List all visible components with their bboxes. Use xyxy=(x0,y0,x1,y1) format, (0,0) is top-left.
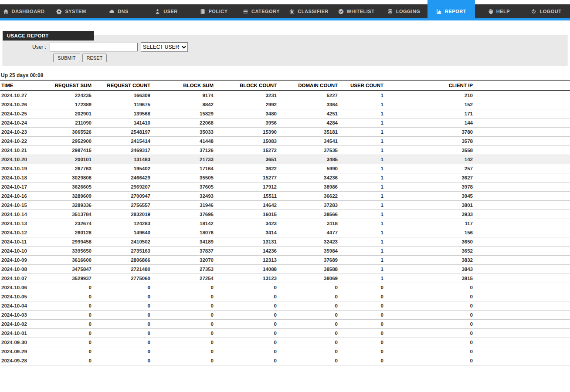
cell-value: 8842 xyxy=(159,100,222,109)
cell-time: 2024-10-11 xyxy=(0,237,48,247)
cell-value: 3780 xyxy=(392,128,570,137)
table-row[interactable]: 2024-10-15328933627565573194614642372831… xyxy=(0,201,570,210)
cell-value: 21733 xyxy=(159,155,222,164)
cell-value: 3652 xyxy=(392,247,570,256)
cell-value: 13131 xyxy=(222,237,285,247)
table-row[interactable]: 2024-09-290000000 xyxy=(0,347,570,356)
user-input[interactable] xyxy=(50,43,138,51)
nav-item-logging[interactable]: LOGGING xyxy=(380,0,428,20)
nav-item-policy[interactable]: POLICY xyxy=(190,0,238,20)
hand-icon xyxy=(488,9,493,14)
cell-value: 4284 xyxy=(285,118,346,128)
cell-value: 37535 xyxy=(285,146,346,155)
table-row[interactable]: 2024-10-11299945824105023418913131324231… xyxy=(0,237,570,247)
cell-time: 2024-10-27 xyxy=(0,91,48,100)
nav-item-help[interactable]: HELP xyxy=(475,0,522,20)
table-row[interactable]: 2024-10-050000000 xyxy=(0,292,570,301)
table-row[interactable]: 2024-10-2020010113148321733365134851142 xyxy=(0,155,570,164)
table-row[interactable]: 2024-10-1226012814964018076341444771156 xyxy=(0,228,570,237)
book-icon xyxy=(200,9,206,14)
cell-value: 0 xyxy=(392,311,570,320)
cell-value: 3364 xyxy=(285,100,346,109)
cell-value: 139568 xyxy=(100,109,159,118)
cell-time: 2024-10-10 xyxy=(0,247,48,256)
table-row[interactable]: 2024-10-17362660529692073760517912389861… xyxy=(0,182,570,192)
cell-time: 2024-10-24 xyxy=(0,118,48,128)
table-row[interactable]: 2024-10-2421109014141022068395642841144 xyxy=(0,118,570,128)
table-row[interactable]: 2024-10-14351378428320193769516015385661… xyxy=(0,210,570,219)
cell-value: 3626605 xyxy=(48,182,100,192)
table-row[interactable]: 2024-10-261723891196758842299233641152 xyxy=(0,100,570,109)
cell-value: 3651 xyxy=(222,155,285,164)
cell-value: 3423 xyxy=(222,219,285,228)
cell-value: 1 xyxy=(346,192,392,201)
table-row[interactable]: 2024-10-010000000 xyxy=(0,329,570,338)
table-row[interactable]: 2024-10-272242351663099174323152271210 xyxy=(0,91,570,100)
table-row[interactable]: 2024-10-2520290113956815829348042511171 xyxy=(0,109,570,118)
table-row[interactable]: 2024-10-020000000 xyxy=(0,320,570,329)
nav-item-dns[interactable]: DNS xyxy=(95,0,142,20)
cell-value: 14088 xyxy=(222,265,285,274)
cell-value: 0 xyxy=(222,338,285,347)
table-row[interactable]: 2024-10-060000000 xyxy=(0,283,570,292)
cell-value: 35033 xyxy=(159,128,222,137)
nav-item-dashboard[interactable]: DASHBOARD xyxy=(0,0,48,20)
nav-item-report[interactable]: REPORT xyxy=(428,0,475,20)
cell-value: 0 xyxy=(100,338,159,347)
table-row[interactable]: 2024-10-10339565027351633783714236359841… xyxy=(0,247,570,256)
cell-time: 2024-10-01 xyxy=(0,329,48,338)
cell-time: 2024-10-15 xyxy=(0,201,48,210)
cell-value: 124283 xyxy=(100,219,159,228)
cell-time: 2024-10-19 xyxy=(0,164,48,173)
nav-item-user[interactable]: USER xyxy=(142,0,190,20)
cell-value: 0 xyxy=(100,347,159,356)
table-row[interactable]: 2024-10-18302980824664293550515277342361… xyxy=(0,173,570,182)
table-row[interactable]: 2024-09-300000000 xyxy=(0,338,570,347)
cell-value: 1 xyxy=(346,91,392,100)
list-icon xyxy=(243,9,248,14)
table-row[interactable]: 2024-10-1323267412428318142342331181117 xyxy=(0,219,570,228)
cell-value: 0 xyxy=(285,292,346,301)
reset-button[interactable]: RESET xyxy=(82,54,107,62)
user-select[interactable]: SELECT USER xyxy=(141,42,188,52)
table-row[interactable]: 2024-10-08347584727214802735314088385881… xyxy=(0,265,570,274)
nav-item-category[interactable]: CATEGORY xyxy=(238,0,285,20)
nav-item-whitelist[interactable]: WHITELIST xyxy=(332,0,380,20)
column-header-domain-count: DOMAIN COUNT xyxy=(285,80,346,91)
table-row[interactable]: 2024-10-22295290024154144144815083345411… xyxy=(0,137,570,146)
table-row[interactable]: 2024-10-030000000 xyxy=(0,311,570,320)
cell-value: 117 xyxy=(392,219,570,228)
cell-value: 22068 xyxy=(159,118,222,128)
cell-value: 15390 xyxy=(222,128,285,137)
nav-item-logout[interactable]: LOGOUT xyxy=(522,0,570,20)
cell-value: 232674 xyxy=(48,219,100,228)
cell-value: 3832 xyxy=(392,256,570,265)
table-row[interactable]: 2024-10-1926776319540217164362259901257 xyxy=(0,164,570,173)
table-row[interactable]: 2024-10-09361660028068663207012313376891… xyxy=(0,256,570,265)
cell-value: 1 xyxy=(346,247,392,256)
cell-value: 1 xyxy=(346,182,392,192)
submit-button[interactable]: SUBMIT xyxy=(53,54,80,62)
cell-value: 0 xyxy=(100,356,159,365)
cell-value: 5227 xyxy=(285,91,346,100)
table-row[interactable]: 2024-10-21298741524693173712615272375351… xyxy=(0,146,570,155)
cell-value: 260128 xyxy=(48,228,100,237)
nav-item-system[interactable]: SYSTEM xyxy=(48,0,95,20)
cell-time: 2024-10-03 xyxy=(0,311,48,320)
cell-time: 2024-10-14 xyxy=(0,210,48,219)
cell-value: 3395650 xyxy=(48,247,100,256)
table-row[interactable]: 2024-10-040000000 xyxy=(0,301,570,311)
cell-value: 172389 xyxy=(48,100,100,109)
cell-value: 1 xyxy=(346,100,392,109)
cell-value: 1 xyxy=(346,164,392,173)
cell-value: 37605 xyxy=(159,182,222,192)
cell-value: 0 xyxy=(392,320,570,329)
table-row[interactable]: 2024-10-16328960927009473249315511366221… xyxy=(0,192,570,201)
cell-value: 0 xyxy=(285,347,346,356)
table-row[interactable]: 2024-10-23306552625481973503315390351811… xyxy=(0,128,570,137)
cell-value: 3558 xyxy=(392,146,570,155)
table-row[interactable]: 2024-09-280000000 xyxy=(0,356,570,365)
nav-item-classifier[interactable]: CLASSIFIER xyxy=(285,0,332,20)
cell-value: 0 xyxy=(159,320,222,329)
table-row[interactable]: 2024-10-07352993727750602725413123380691… xyxy=(0,274,570,283)
